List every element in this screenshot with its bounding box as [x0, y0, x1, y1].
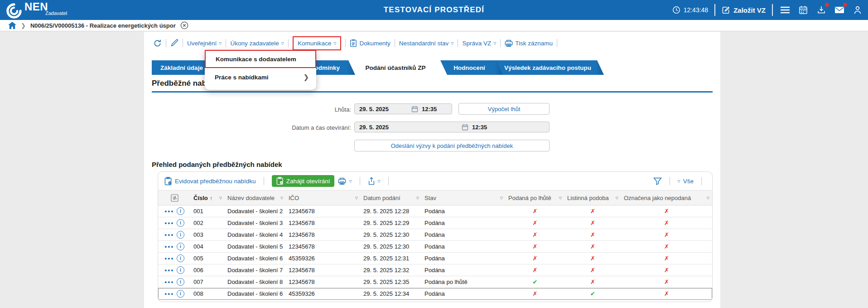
- menu-item-komunikace-s-dodavatelem[interactable]: Komunikace s dodavatelem: [205, 50, 316, 68]
- paper-flag-icon: ✗: [590, 243, 595, 250]
- deadline-date-value[interactable]: 29. 5. 2025: [359, 106, 389, 112]
- chevron-down-icon: ▽: [378, 180, 381, 183]
- filter-caret-icon[interactable]: ▽: [219, 196, 222, 200]
- column-header-datum[interactable]: Datum podání▽: [361, 195, 422, 201]
- table-row[interactable]: ●●● i 001 Dodavatel - školení 2 12345678…: [158, 205, 712, 217]
- row-actions-icon[interactable]: ●●●: [164, 268, 174, 273]
- table-row[interactable]: ●●● i 005 Dodavatel - školení 6 45359326…: [158, 253, 712, 264]
- send-call-button[interactable]: Odeslání výzvy k podání předběžných nabí…: [354, 140, 550, 152]
- main-menu-button[interactable]: [779, 4, 791, 16]
- table-row[interactable]: ●●● i 007 Dodavatel - školení 8 12345678…: [158, 276, 712, 288]
- info-icon[interactable]: i: [177, 243, 184, 250]
- row-actions-icon[interactable]: ●●●: [164, 244, 174, 249]
- tab-vysledek-zadavaciho-postupu[interactable]: Výsledek zadávacího postupu: [496, 60, 604, 75]
- filter-caret-icon[interactable]: ▽: [416, 196, 419, 200]
- row-ico: 12345678: [286, 220, 361, 226]
- late-flag-icon: ✗: [533, 208, 538, 215]
- row-submitted: 29. 5. 2025 12:30: [361, 243, 422, 250]
- messages-button[interactable]: [834, 4, 845, 16]
- info-icon[interactable]: i: [177, 266, 184, 274]
- create-vz-button[interactable]: Založit VZ: [722, 6, 766, 15]
- breadcrumb-record[interactable]: N006/25/V00005136 - Realizace energetick…: [30, 22, 176, 29]
- menu-ukony-zadavatele[interactable]: Úkony zadavatele▽: [230, 40, 284, 47]
- table-row[interactable]: ●●● i 003 Dodavatel - školení 4 12345678…: [158, 229, 712, 241]
- info-icon[interactable]: i: [177, 254, 184, 262]
- column-header-listinna[interactable]: Listinná podoba▽: [564, 195, 621, 201]
- column-settings-icon[interactable]: [171, 194, 178, 202]
- table-row[interactable]: ●●● i 006 Dodavatel - školení 7 12345678…: [158, 264, 712, 276]
- calendar-icon: [799, 5, 808, 15]
- print-menu-button[interactable]: ▽: [338, 177, 352, 185]
- refresh-button[interactable]: [153, 39, 162, 48]
- filter-caret-icon[interactable]: ▽: [500, 196, 503, 200]
- komunikace-dropdown-menu: Komunikace s dodavatelem Práce s nabídka…: [205, 50, 316, 90]
- column-header-cislo[interactable]: Číslo↑▽: [191, 195, 225, 201]
- filter-caret-icon[interactable]: ▽: [355, 196, 358, 200]
- column-header-stav[interactable]: Stav▽: [422, 195, 506, 201]
- chevron-down-icon: ▽: [219, 42, 222, 45]
- downloads-button[interactable]: [815, 4, 827, 16]
- opening-input[interactable]: 29. 5. 2025 12:35: [354, 122, 550, 132]
- calendar-picker-icon[interactable]: [462, 124, 468, 131]
- filter-all-button[interactable]: ▽ Vše: [678, 178, 694, 185]
- column-header-nepodana[interactable]: Označena jako nepodaná▽: [621, 195, 712, 201]
- create-vz-label: Založit VZ: [733, 6, 766, 14]
- calc-deadlines-button[interactable]: Výpočet lhůt: [458, 103, 550, 115]
- divider: [714, 4, 715, 16]
- info-icon[interactable]: i: [177, 207, 184, 215]
- home-icon[interactable]: [8, 22, 16, 29]
- row-actions-icon[interactable]: ●●●: [164, 292, 174, 296]
- filter-caret-icon[interactable]: ▽: [280, 196, 283, 200]
- chevron-down-icon: ▽: [678, 180, 680, 183]
- menu-item-prace-s-nabidkami[interactable]: Práce s nabídkami❯: [205, 68, 316, 86]
- info-icon[interactable]: i: [177, 290, 184, 298]
- current-time: 12:43:48: [684, 6, 709, 14]
- submissions-panel: Evidovat předběžnou nabídku Zahájit otev…: [158, 171, 713, 302]
- menu-nestandardni-stav[interactable]: Nestandardní stav▽: [399, 40, 454, 47]
- menu-dokumenty[interactable]: Dokumenty: [350, 39, 390, 47]
- row-actions-icon[interactable]: ●●●: [164, 256, 174, 261]
- info-icon[interactable]: i: [177, 278, 184, 286]
- calendar-button[interactable]: [797, 4, 809, 16]
- table-row[interactable]: ●●● i 004 Dodavatel - školení 5 12345678…: [158, 241, 712, 253]
- row-actions-icon[interactable]: ●●●: [164, 209, 174, 214]
- info-icon[interactable]: i: [177, 231, 184, 239]
- downloads-badge: [825, 3, 829, 7]
- row-number: 008: [191, 290, 225, 297]
- filter-caret-icon[interactable]: ▽: [559, 196, 562, 200]
- calendar-picker-icon[interactable]: [411, 106, 418, 112]
- not-submitted-flag-icon: ✗: [664, 290, 669, 297]
- close-record-icon[interactable]: [180, 21, 188, 29]
- deadline-input[interactable]: 29. 5. 2025 12:35: [354, 103, 452, 114]
- not-submitted-flag-icon: ✗: [664, 231, 669, 238]
- column-header-ico[interactable]: IČO▽: [286, 195, 361, 201]
- menu-tisk-zaznamu[interactable]: Tisk záznamu: [505, 39, 553, 47]
- deadline-time-value[interactable]: 12:35: [422, 106, 447, 112]
- start-opening-button[interactable]: Zahájit otevírání: [272, 175, 335, 187]
- menu-sprava-vz[interactable]: Správa VZ▽: [462, 40, 496, 47]
- user-profile-button[interactable]: [852, 4, 863, 16]
- tab-podani-ucastniku-zp[interactable]: Podání účastníků ZP: [348, 60, 447, 75]
- tab-hodnoceni[interactable]: Hodnocení: [440, 60, 503, 75]
- row-actions-icon[interactable]: ●●●: [164, 221, 174, 225]
- opening-time-value[interactable]: 12:35: [472, 124, 545, 131]
- opening-date-value[interactable]: 29. 5. 2025: [359, 124, 389, 131]
- row-status: Podána: [422, 290, 506, 297]
- menu-komunikace[interactable]: Komunikace▽: [293, 36, 341, 50]
- register-bid-button[interactable]: Evidovat předběžnou nabídku: [164, 177, 256, 186]
- row-submitted: 29. 5. 2025 12:31: [361, 255, 422, 262]
- filter-caret-icon[interactable]: ▽: [616, 196, 618, 200]
- menu-uverejneni[interactable]: Uveřejnění▽: [187, 40, 222, 47]
- table-row[interactable]: ●●● i 002 Dodavatel - školení 3 12345678…: [158, 217, 712, 229]
- filter-button[interactable]: [653, 177, 662, 185]
- row-actions-icon[interactable]: ●●●: [164, 280, 174, 284]
- filter-caret-icon[interactable]: ▽: [707, 196, 709, 200]
- row-actions-icon[interactable]: ●●●: [164, 233, 174, 237]
- info-icon[interactable]: i: [177, 219, 184, 227]
- table-row[interactable]: ●●● i 008 Dodavatel - školení 6 45359326…: [158, 288, 712, 300]
- column-header-po-lhute[interactable]: Podaná po lhůtě▽: [506, 195, 564, 201]
- edit-icon: [722, 6, 730, 15]
- edit-record-button[interactable]: [170, 39, 178, 47]
- export-menu-button[interactable]: ▽: [368, 177, 381, 185]
- column-header-nazev[interactable]: Název dodavatele▽: [225, 195, 286, 201]
